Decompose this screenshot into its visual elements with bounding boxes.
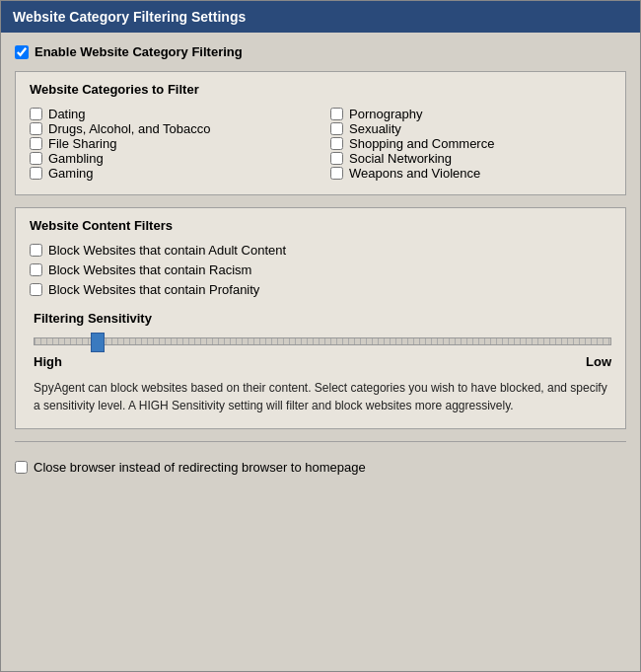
social-networking-label: Social Networking <box>349 151 452 166</box>
gaming-label: Gaming <box>48 166 94 181</box>
slider-labels: High Low <box>34 354 611 369</box>
left-categories: Dating Drugs, Alcohol, and Tobacco File … <box>30 107 311 181</box>
list-item: Block Websites that contain Racism <box>30 262 611 277</box>
content-filters-list: Block Websites that contain Adult Conten… <box>30 243 611 297</box>
categories-grid: Dating Drugs, Alcohol, and Tobacco File … <box>30 107 611 181</box>
profanity-checkbox[interactable] <box>30 283 42 296</box>
content-filters-panel: Website Content Filters Block Websites t… <box>15 207 626 429</box>
file-sharing-checkbox[interactable] <box>30 137 42 150</box>
sensitivity-slider[interactable] <box>34 334 611 349</box>
dating-checkbox[interactable] <box>30 108 42 120</box>
bottom-checkbox-row: Close browser instead of redirecting bro… <box>15 452 626 479</box>
slider-high-label: High <box>34 354 62 369</box>
enable-row: Enable Website Category Filtering <box>15 44 626 59</box>
list-item: Block Websites that contain Profanity <box>30 282 611 297</box>
adult-content-checkbox[interactable] <box>30 244 42 257</box>
pornography-label: Pornography <box>349 107 422 121</box>
list-item: Sexuality <box>330 121 611 136</box>
list-item: File Sharing <box>30 136 311 151</box>
weapons-label: Weapons and Violence <box>349 166 480 181</box>
title-bar: Website Category Filtering Settings <box>1 1 640 33</box>
gambling-checkbox[interactable] <box>30 152 42 165</box>
close-browser-checkbox[interactable] <box>15 461 28 474</box>
sensitivity-title: Filtering Sensitivity <box>34 311 611 326</box>
enable-checkbox[interactable] <box>15 45 29 59</box>
list-item: Pornography <box>330 107 611 121</box>
list-item: Gaming <box>30 166 311 181</box>
profanity-label: Block Websites that contain Profanity <box>48 282 259 297</box>
shopping-checkbox[interactable] <box>330 137 343 150</box>
gaming-checkbox[interactable] <box>30 167 42 180</box>
content-filters-title: Website Content Filters <box>30 218 611 233</box>
list-item: Gambling <box>30 151 311 166</box>
slider-low-label: Low <box>586 354 611 369</box>
main-window: Website Category Filtering Settings Enab… <box>0 0 641 672</box>
drugs-checkbox[interactable] <box>30 122 42 135</box>
file-sharing-label: File Sharing <box>48 136 116 151</box>
drugs-label: Drugs, Alcohol, and Tobacco <box>48 121 211 136</box>
right-categories: Pornography Sexuality Shopping and Comme… <box>330 107 611 181</box>
racism-label: Block Websites that contain Racism <box>48 262 251 277</box>
close-browser-label: Close browser instead of redirecting bro… <box>34 460 366 475</box>
categories-panel-title: Website Categories to Filter <box>30 82 611 97</box>
divider <box>15 441 626 442</box>
sensitivity-section: Filtering Sensitivity High Low SpyAgent … <box>30 311 611 414</box>
categories-panel: Website Categories to Filter Dating Drug… <box>15 71 626 195</box>
list-item: Dating <box>30 107 311 121</box>
enable-label: Enable Website Category Filtering <box>35 44 243 59</box>
list-item: Weapons and Violence <box>330 166 611 181</box>
title-text: Website Category Filtering Settings <box>13 9 246 25</box>
list-item: Drugs, Alcohol, and Tobacco <box>30 121 311 136</box>
content-area: Enable Website Category Filtering Websit… <box>1 33 640 490</box>
description-text: SpyAgent can block websites based on the… <box>34 379 611 414</box>
list-item: Social Networking <box>330 151 611 166</box>
pornography-checkbox[interactable] <box>330 108 343 120</box>
weapons-checkbox[interactable] <box>330 167 343 180</box>
list-item: Shopping and Commerce <box>330 136 611 151</box>
adult-content-label: Block Websites that contain Adult Conten… <box>48 243 286 258</box>
list-item: Block Websites that contain Adult Conten… <box>30 243 611 258</box>
dating-label: Dating <box>48 107 86 121</box>
sexuality-checkbox[interactable] <box>330 122 343 135</box>
racism-checkbox[interactable] <box>30 263 42 276</box>
gambling-label: Gambling <box>48 151 104 166</box>
sexuality-label: Sexuality <box>349 121 401 136</box>
slider-wrapper <box>34 334 611 352</box>
bottom-section: Close browser instead of redirecting bro… <box>15 441 626 479</box>
shopping-label: Shopping and Commerce <box>349 136 494 151</box>
social-networking-checkbox[interactable] <box>330 152 343 165</box>
